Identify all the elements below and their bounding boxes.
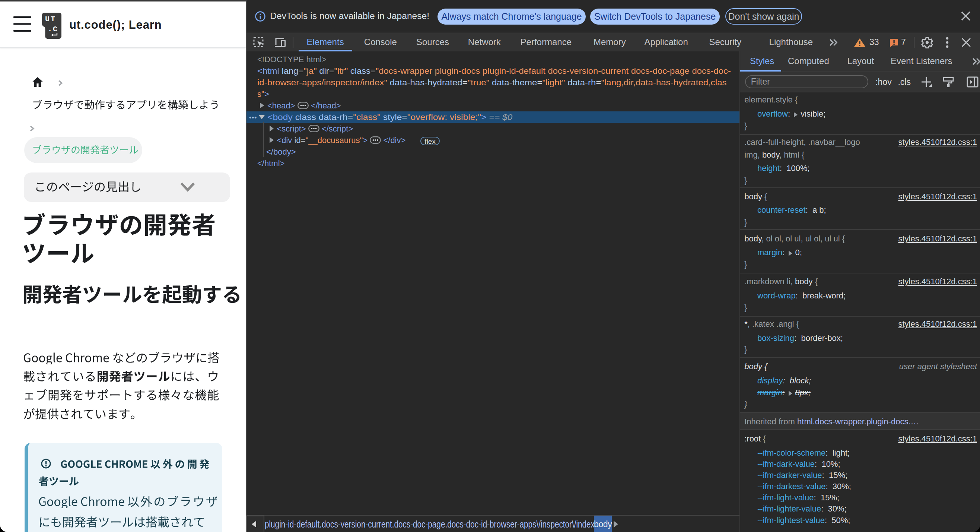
svg-text:UT: UT <box>45 15 56 24</box>
svg-text:.C: .C <box>48 25 58 33</box>
